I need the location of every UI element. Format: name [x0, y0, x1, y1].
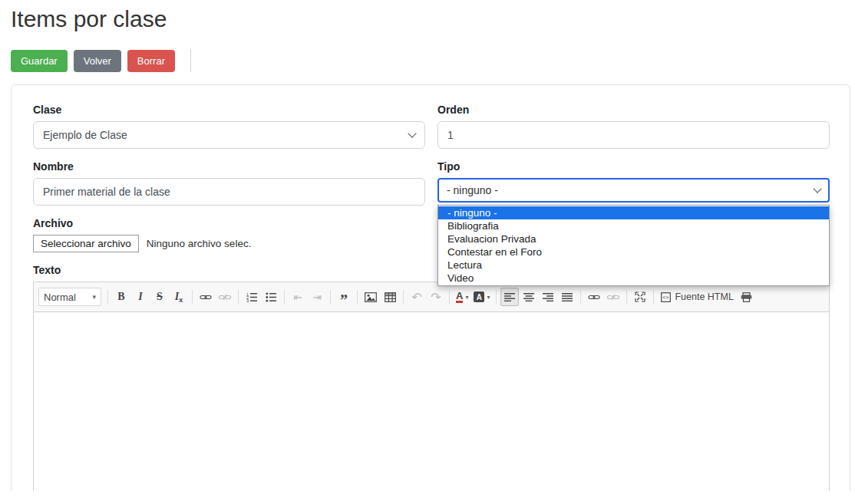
source-button[interactable]: <> Fuente HTML [658, 288, 736, 306]
paragraph-format-dropdown[interactable]: Normal ▾ [38, 288, 101, 306]
link-icon [200, 294, 212, 301]
indent-button: ⇥ [308, 288, 326, 306]
orden-field: Orden 1 [437, 104, 830, 149]
tipo-option[interactable]: Evaluacion Privada [438, 232, 829, 245]
page-title: Items por clase [11, 6, 855, 32]
tipo-option[interactable]: - ninguno - [438, 206, 829, 219]
tipo-option[interactable]: Bibliografia [438, 219, 829, 232]
image-button[interactable] [361, 288, 380, 306]
align-right-icon [543, 293, 553, 301]
redo-button: ↷ [427, 288, 445, 306]
undo-button: ↶ [408, 288, 426, 306]
background-color-icon: A [474, 292, 484, 302]
remove-format-button[interactable]: Ix [170, 288, 188, 306]
source-button-label: Fuente HTML [675, 292, 733, 302]
chevron-down-icon: ▾ [487, 294, 490, 301]
file-status-text: Ninguno archivo selec. [147, 238, 252, 249]
tipo-select[interactable]: - ninguno - [437, 178, 830, 203]
nombre-input-value: Primer material de la clase [43, 186, 170, 198]
volver-button[interactable]: Volver [74, 50, 121, 72]
link-icon [588, 294, 600, 301]
svg-text:3: 3 [246, 298, 249, 302]
nombre-input[interactable]: Primer material de la clase [33, 178, 425, 206]
align-justify-icon [562, 293, 573, 301]
unlink-icon [607, 294, 619, 301]
outdent-button: ⇤ [289, 288, 307, 306]
maximize-icon [635, 292, 645, 302]
borrar-button[interactable]: Borrar [127, 50, 175, 72]
nombre-label: Nombre [33, 160, 425, 173]
tipo-option[interactable]: Video [438, 272, 829, 285]
unlink-icon [219, 294, 231, 301]
orden-input[interactable]: 1 [437, 121, 830, 149]
align-right-button[interactable] [539, 288, 557, 306]
link-button[interactable] [196, 288, 215, 306]
archivo-label: Archivo [33, 217, 425, 229]
guardar-button[interactable]: Guardar [11, 50, 68, 72]
clase-field: Clase Ejemplo de Clase [33, 104, 425, 149]
rich-text-editor: Normal ▾ B I S Ix [33, 282, 830, 491]
table-icon [385, 292, 396, 302]
html-source-icon: <> [661, 292, 671, 302]
bulleted-list-icon [266, 292, 277, 302]
ordered-list-icon: 123 [246, 292, 258, 302]
bold-button[interactable]: B [112, 288, 130, 306]
text-color-icon: A [456, 291, 463, 303]
svg-text:<>: <> [663, 295, 669, 300]
strikethrough-button[interactable]: S [150, 288, 169, 306]
form-panel: Clase Ejemplo de Clase Orden 1 Nombre Pr… [11, 84, 850, 491]
blockquote-button[interactable]: ” [335, 288, 353, 306]
tipo-dropdown: - ninguno - Bibliografia Evaluacion Priv… [437, 205, 830, 286]
align-justify-button[interactable] [558, 288, 576, 306]
chevron-down-icon: ▾ [92, 293, 96, 301]
print-button[interactable] [738, 288, 756, 306]
anchor-link-button[interactable] [585, 288, 603, 306]
align-left-icon [504, 293, 515, 301]
image-icon [365, 292, 377, 302]
tipo-label: Tipo [437, 160, 830, 173]
table-button[interactable] [381, 288, 399, 306]
archivo-field: Archivo Seleccionar archivo Ninguno arch… [33, 217, 425, 252]
align-center-icon [523, 293, 534, 301]
tipo-option[interactable]: Lectura [438, 259, 829, 272]
background-color-button[interactable]: A ▾ [471, 288, 492, 306]
clase-label: Clase [33, 104, 425, 116]
maximize-button[interactable] [631, 288, 649, 306]
chevron-down-icon [813, 184, 821, 193]
ordered-list-button[interactable]: 123 [243, 288, 261, 306]
text-color-button[interactable]: A ▾ [454, 288, 470, 306]
chevron-down-icon: ▾ [465, 294, 468, 301]
tipo-option[interactable]: Contestar en el Foro [438, 245, 829, 259]
action-bar: Guardar Volver Borrar [11, 49, 855, 72]
unlink-button [216, 288, 234, 306]
orden-input-value: 1 [447, 129, 454, 141]
tipo-select-value: - ninguno - [447, 184, 498, 196]
action-bar-divider [190, 49, 191, 72]
nombre-field: Nombre Primer material de la clase [33, 160, 425, 206]
tipo-field: Tipo - ninguno - - ninguno - Bibliografi… [437, 160, 830, 206]
italic-button[interactable]: I [131, 288, 150, 306]
editor-content-area[interactable] [34, 312, 829, 491]
editor-toolbar: Normal ▾ B I S Ix [34, 282, 829, 312]
print-icon [741, 292, 752, 302]
chevron-down-icon [408, 129, 416, 137]
clase-select-value: Ejemplo de Clase [43, 129, 127, 141]
bulleted-list-button[interactable] [262, 288, 280, 306]
anchor-unlink-button [604, 288, 622, 306]
align-center-button[interactable] [520, 288, 538, 306]
file-select-button[interactable]: Seleccionar archivo [33, 235, 139, 252]
orden-label: Orden [437, 104, 830, 116]
texto-field: Texto Normal ▾ B I S Ix [33, 264, 830, 491]
clase-select[interactable]: Ejemplo de Clase [33, 121, 425, 149]
paragraph-format-value: Normal [44, 292, 76, 303]
align-left-button[interactable] [500, 288, 519, 306]
